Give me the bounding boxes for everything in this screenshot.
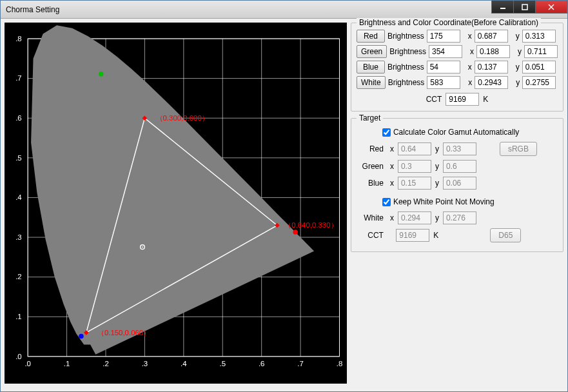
x-label: x xyxy=(390,144,394,153)
before-blue-row: Blue Brightness x y xyxy=(357,61,558,74)
target-blue-x-input[interactable] xyxy=(398,177,431,190)
content: .0.0.1.1.2.2.3.3.4.4.5.5.6.6.7.7.8.8（0.6… xyxy=(1,19,567,391)
window-title: Chorma Setting xyxy=(6,5,59,14)
x-label: x xyxy=(468,32,472,41)
white-brightness-input[interactable] xyxy=(427,76,460,89)
srgb-button[interactable]: sRGB xyxy=(500,142,537,156)
minimize-button[interactable] xyxy=(491,1,513,14)
green-brightness-input[interactable] xyxy=(429,45,462,58)
chromaticity-chart: .0.0.1.1.2.2.3.3.4.4.5.5.6.6.7.7.8.8（0.6… xyxy=(5,23,347,384)
white-y-input[interactable] xyxy=(522,76,556,89)
svg-text:.1: .1 xyxy=(64,360,70,368)
x-label: x xyxy=(390,162,394,171)
y-label: y xyxy=(518,47,522,56)
target-cct-row: CCT K D65 xyxy=(357,228,558,242)
y-label: y xyxy=(516,63,520,72)
svg-point-45 xyxy=(293,230,298,235)
red-y-input[interactable] xyxy=(522,30,556,43)
before-green-row: Green Brightness x y xyxy=(357,45,558,58)
red-x-input[interactable] xyxy=(475,30,508,43)
target-green-y-input[interactable] xyxy=(443,160,476,173)
cct-label: CCT xyxy=(426,95,442,104)
svg-text:.4: .4 xyxy=(15,193,22,201)
svg-text:.6: .6 xyxy=(259,360,265,368)
blue-button[interactable]: Blue xyxy=(357,61,385,74)
y-label: y xyxy=(435,144,439,153)
svg-text:（0.300,0.600）: （0.300,0.600） xyxy=(156,114,209,122)
target-blue-y-input[interactable] xyxy=(443,177,476,190)
svg-text:.0: .0 xyxy=(15,353,22,360)
svg-text:.2: .2 xyxy=(15,273,22,280)
target-red-x-input[interactable] xyxy=(398,142,431,155)
white-x-input[interactable] xyxy=(475,76,508,89)
svg-text:.5: .5 xyxy=(15,154,22,162)
before-cct-row: CCT K xyxy=(357,93,558,106)
y-label: y xyxy=(516,32,520,41)
close-button[interactable] xyxy=(535,1,567,14)
y-label: y xyxy=(516,78,520,87)
target-red-y-input[interactable] xyxy=(443,142,476,155)
auto-calc-row: Calculate Color Gamut Automatically xyxy=(382,128,558,137)
target-red-label: Red xyxy=(357,144,384,153)
maximize-button[interactable] xyxy=(513,1,535,14)
red-brightness-input[interactable] xyxy=(427,30,460,43)
auto-calc-checkbox[interactable] xyxy=(382,128,391,137)
brightness-label: Brightness xyxy=(387,32,424,41)
svg-point-46 xyxy=(99,72,104,77)
green-button[interactable]: Green xyxy=(357,45,387,58)
keep-white-checkbox[interactable] xyxy=(382,198,391,206)
right-panel: Brightness and Color Coordinate(Before C… xyxy=(351,23,563,387)
green-x-input[interactable] xyxy=(476,45,510,58)
svg-text:.8: .8 xyxy=(15,35,22,43)
before-legend: Brightness and Color Coordinate(Before C… xyxy=(357,18,541,27)
x-label: x xyxy=(468,78,472,87)
keep-white-label: Keep White Point Not Moving xyxy=(393,197,495,206)
brightness-label: Brightness xyxy=(388,78,425,87)
blue-brightness-input[interactable] xyxy=(427,61,460,74)
minimize-icon xyxy=(500,4,506,10)
svg-rect-1 xyxy=(522,5,527,10)
svg-text:.8: .8 xyxy=(337,360,343,368)
before-red-row: Red Brightness x y xyxy=(357,30,558,43)
target-cct-input[interactable] xyxy=(396,229,429,242)
white-button[interactable]: White xyxy=(357,76,386,89)
svg-text:（0.150,0.060）: （0.150,0.060） xyxy=(97,329,150,337)
before-calibration-group: Brightness and Color Coordinate(Before C… xyxy=(351,23,563,112)
target-white-row: White x y xyxy=(357,211,558,224)
red-button[interactable]: Red xyxy=(357,30,385,43)
maximize-icon xyxy=(522,4,528,10)
svg-text:.3: .3 xyxy=(15,233,22,241)
svg-text:.3: .3 xyxy=(142,360,148,368)
target-white-x-input[interactable] xyxy=(398,211,431,224)
target-cct-label: CCT xyxy=(357,231,384,240)
y-label: y xyxy=(435,179,439,188)
window-controls xyxy=(491,1,567,14)
target-blue-label: Blue xyxy=(357,179,384,188)
target-blue-row: Blue x y xyxy=(357,177,558,190)
cct-input[interactable] xyxy=(446,93,479,106)
svg-text:.7: .7 xyxy=(297,360,304,368)
svg-text:.5: .5 xyxy=(220,360,226,368)
target-legend: Target xyxy=(357,113,383,122)
kelvin-label: K xyxy=(483,95,488,104)
target-white-y-input[interactable] xyxy=(443,211,476,224)
green-y-input[interactable] xyxy=(524,45,558,58)
svg-text:.1: .1 xyxy=(15,313,22,320)
titlebar: Chorma Setting xyxy=(1,1,567,19)
svg-text:.2: .2 xyxy=(103,360,109,368)
svg-text:（0.640,0.330）: （0.640,0.330） xyxy=(284,221,337,229)
blue-x-input[interactable] xyxy=(475,61,508,74)
svg-text:.6: .6 xyxy=(15,114,22,122)
auto-calc-label: Calculate Color Gamut Automatically xyxy=(393,128,519,137)
target-white-label: White xyxy=(357,213,384,222)
x-label: x xyxy=(390,213,394,222)
d65-button[interactable]: D65 xyxy=(490,228,521,242)
target-green-x-input[interactable] xyxy=(398,160,431,173)
blue-y-input[interactable] xyxy=(522,61,556,74)
target-red-row: Red x y sRGB xyxy=(357,142,558,156)
y-label: y xyxy=(435,162,439,171)
y-label: y xyxy=(435,213,439,222)
kelvin-label: K xyxy=(433,231,438,240)
svg-text:.7: .7 xyxy=(15,74,22,82)
target-green-row: Green x y xyxy=(357,160,558,173)
